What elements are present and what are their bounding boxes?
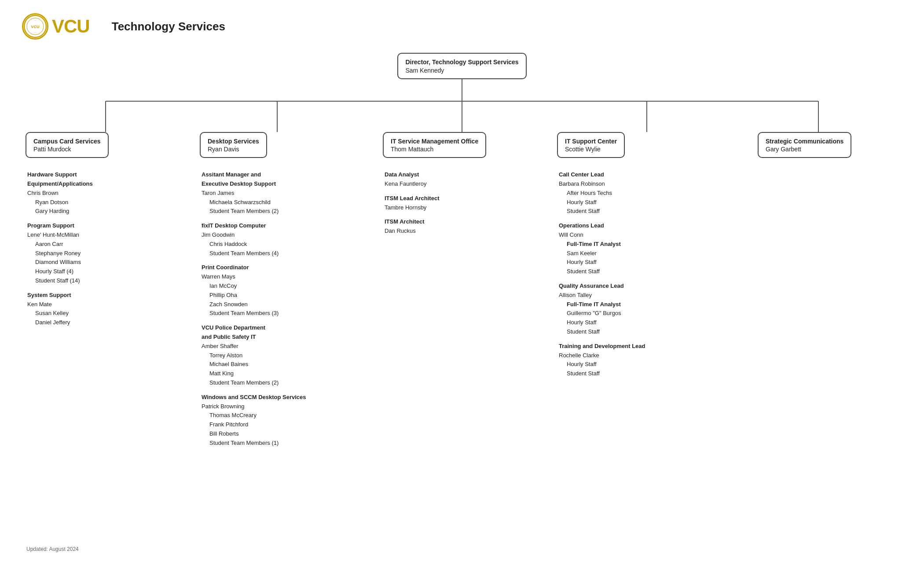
sys-1: Susan Kelley [27,309,193,318]
train-lead-name: Rochelle Clarke [559,351,751,360]
campus-card-details: Hardware SupportEquipment/Applications C… [26,165,193,327]
connector-svg [22,79,902,132]
itsm-lead-name: Tambre Hornsby [385,203,550,213]
col-strategic: Strategic Communications Gary Garbett [758,132,898,448]
qa-3: Student Staff [559,327,751,337]
svg-text:VCU: VCU [31,25,39,29]
qa-1: Guillermo "G" Burgos [559,309,751,318]
col-desktop: Desktop Services Ryan Davis Assitant Man… [200,132,376,448]
box-itsm: IT Service Management Office Thom Mattau… [383,132,486,158]
police-2: Michael Baines [202,360,376,369]
ops-2: Hourly Staff [559,258,751,267]
train-lead-title: Training and Development Lead [559,342,751,351]
logo-seal: VCU [22,13,48,40]
train-1: Hourly Staff [559,360,751,369]
qa-lead-name: Allison Talley [559,291,751,300]
org-chart: Director, Technology Support Services Sa… [0,44,924,474]
sys-2: Daniel Jeffery [27,318,193,327]
prog-5: Student Staff (14) [27,276,193,286]
train-2: Student Staff [559,369,751,378]
box-desktop: Desktop Services Ryan Davis [200,132,267,158]
itsm-arch-name: Dan Ruckus [385,227,550,236]
asst-1: Michaela Schwarzschild [202,198,376,207]
prog-support-title: Program Support [27,221,193,231]
itsm-details: Data Analyst Kena Fauntleroy ITSM Lead A… [383,165,550,236]
fixit-2: Student Team Members (4) [202,249,376,258]
prog-4: Hourly Staff (4) [27,267,193,276]
footer-text: Updated: August 2024 [26,546,79,552]
level2-row: Campus Card Services Patti Murdock Hardw… [22,132,902,448]
prog-2: Stephanye Roney [27,249,193,258]
col-support-center: IT Support Center Scottie Wylie Call Cen… [557,132,751,448]
logo-vcu-text: VCU [52,16,90,37]
windows-4: Student Team Members (1) [202,439,376,448]
box-sc-name: Scottie Wylie [565,146,617,153]
box-strat-title: Strategic Communications [766,137,843,146]
box-itsm-name: Thom Mattauch [391,146,478,153]
page-header: VCU VCU Technology Services [0,0,924,44]
itsm-arch-title: ITSM Architect [385,217,550,227]
col-campus-card: Campus Card Services Patti Murdock Hardw… [26,132,193,448]
prog-3: Diamond Williams [27,258,193,267]
call-center-title: Call Center Lead [559,170,751,180]
data-analyst-title: Data Analyst [385,170,550,180]
asst-mgr-lead: Taron James [202,189,376,198]
prog-1: Aaron Carr [27,240,193,249]
print-title: Print Coordinator [202,263,376,272]
box-campus-card-name: Patti Murdock [33,146,101,153]
box-itsm-title: IT Service Management Office [391,137,478,146]
fixit-1: Chris Haddock [202,240,376,249]
cc-2: Hourly Staff [559,198,751,207]
box-campus-card-title: Campus Card Services [33,137,101,146]
qa-2: Hourly Staff [559,318,751,327]
police-1: Torrey Alston [202,351,376,360]
box-desktop-title: Desktop Services [208,137,259,146]
asst-mgr-title: Assitant Manager andExecutive Desktop Su… [202,170,376,189]
windows-1: Thomas McCreary [202,411,376,420]
call-center-lead: Barbara Robinson [559,180,751,189]
box-strategic: Strategic Communications Gary Garbett [758,132,851,158]
top-box: Director, Technology Support Services Sa… [397,53,526,79]
police-3: Matt King [202,369,376,378]
print-lead: Warren Mays [202,272,376,282]
fixit-title: fixIT Desktop Computer [202,221,376,231]
print-2: Phillip Oha [202,291,376,300]
ops-1: Sam Keeler [559,249,751,258]
hw-2: Gary Harding [27,207,193,216]
cc-3: Student Staff [559,207,751,216]
qa-ft-analyst: Full-Time IT Analyst [559,300,751,309]
ops-lead-name: Will Conn [559,231,751,240]
hw-1: Ryan Dotson [27,198,193,207]
police-4: Student Team Members (2) [202,378,376,388]
box-strat-name: Gary Garbett [766,146,843,153]
hw-support-title: Hardware SupportEquipment/Applications [27,170,193,189]
footer: Updated: August 2024 [26,546,79,552]
sys-support-title: System Support [27,291,193,300]
windows-2: Frank Pitchford [202,420,376,429]
itsm-lead-title: ITSM Lead Architect [385,194,550,203]
windows-lead: Patrick Browning [202,402,376,411]
box-desktop-name: Ryan Davis [208,146,259,153]
ops-ft-analyst: Full-Time IT Analyst [559,240,751,249]
data-analyst-lead: Kena Fauntleroy [385,180,550,189]
hw-lead: Chris Brown [27,189,193,198]
desktop-details: Assitant Manager andExecutive Desktop Su… [200,165,376,447]
qa-lead-title: Quality Assurance Lead [559,282,751,291]
ops-3: Student Staff [559,267,751,276]
sys-lead: Ken Mate [27,300,193,309]
ops-lead-title: Operations Lead [559,221,751,231]
top-box-title: Director, Technology Support Services [405,58,518,67]
asst-2: Student Team Members (2) [202,207,376,216]
top-box-name: Sam Kennedy [405,67,518,74]
fixit-lead: Jim Goodwin [202,231,376,240]
col-itsm: IT Service Management Office Thom Mattau… [383,132,550,448]
print-4: Student Team Members (3) [202,309,376,318]
print-1: Ian McCoy [202,282,376,291]
vcu-logo: VCU VCU [22,13,90,40]
sc-details: Call Center Lead Barbara Robinson After … [557,165,751,378]
print-3: Zach Snowden [202,300,376,309]
top-node: Director, Technology Support Services Sa… [22,53,902,79]
page-title: Technology Services [112,20,225,33]
prog-lead: Lene' Hunt-McMillan [27,231,193,240]
police-lead: Amber Shaffer [202,342,376,351]
